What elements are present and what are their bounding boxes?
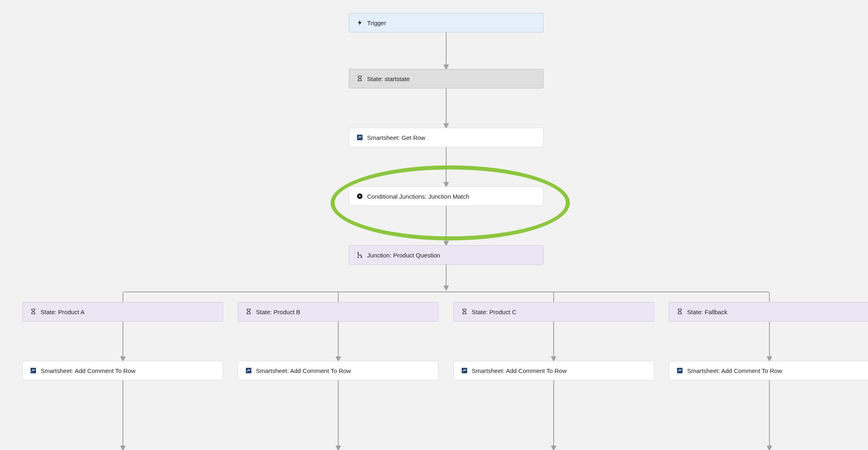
hourglass-icon bbox=[461, 309, 468, 315]
lightning-icon bbox=[357, 19, 363, 26]
node-junction[interactable]: Junction: Product Question bbox=[349, 245, 544, 265]
node-comment-b-label: Smartsheet: Add Comment To Row bbox=[256, 367, 351, 374]
node-comment-c[interactable]: Smartsheet: Add Comment To Row bbox=[453, 361, 654, 380]
node-comment-fallback-label: Smartsheet: Add Comment To Row bbox=[687, 367, 782, 374]
node-comment-b[interactable]: Smartsheet: Add Comment To Row bbox=[238, 361, 438, 380]
node-junction-match-label: Conditional Junctions: Junction Match bbox=[367, 193, 469, 200]
node-state-product-a-label: State: Product A bbox=[41, 309, 84, 315]
node-state-product-c[interactable]: State: Product C bbox=[453, 302, 654, 321]
node-state-fallback[interactable]: State: Fallback bbox=[669, 302, 868, 321]
svg-rect-17 bbox=[357, 135, 362, 140]
svg-point-20 bbox=[357, 257, 359, 258]
svg-rect-24 bbox=[462, 368, 467, 373]
node-comment-a-label: Smartsheet: Add Comment To Row bbox=[41, 367, 135, 374]
svg-rect-23 bbox=[246, 368, 251, 373]
node-trigger[interactable]: Trigger bbox=[349, 13, 544, 32]
hourglass-icon bbox=[677, 309, 683, 315]
node-comment-a[interactable]: Smartsheet: Add Comment To Row bbox=[22, 361, 223, 380]
node-getrow-label: Smartsheet: Get Row bbox=[367, 134, 425, 141]
hourglass-icon bbox=[245, 309, 252, 315]
svg-rect-22 bbox=[30, 368, 36, 373]
workflow-canvas[interactable]: Trigger State: startstate Smartsheet: Ge… bbox=[0, 0, 868, 450]
play-circle-icon bbox=[357, 193, 363, 199]
connectors bbox=[0, 0, 868, 450]
node-state-product-b-label: State: Product B bbox=[256, 309, 300, 315]
svg-rect-25 bbox=[677, 368, 682, 373]
node-getrow[interactable]: Smartsheet: Get Row bbox=[349, 128, 544, 147]
svg-point-19 bbox=[357, 252, 359, 253]
node-startstate[interactable]: State: startstate bbox=[349, 69, 544, 88]
node-state-product-b[interactable]: State: Product B bbox=[238, 302, 438, 321]
smartsheet-icon bbox=[30, 367, 37, 374]
node-junction-match[interactable]: Conditional Junctions: Junction Match bbox=[349, 186, 544, 206]
smartsheet-icon bbox=[677, 367, 683, 374]
svg-point-21 bbox=[361, 257, 362, 258]
branch-icon bbox=[357, 252, 363, 258]
node-state-fallback-label: State: Fallback bbox=[687, 309, 727, 315]
node-comment-fallback[interactable]: Smartsheet: Add Comment To Row bbox=[669, 361, 868, 380]
node-junction-label: Junction: Product Question bbox=[367, 252, 440, 259]
smartsheet-icon bbox=[461, 367, 468, 374]
smartsheet-icon bbox=[357, 134, 363, 141]
hourglass-icon bbox=[357, 75, 363, 82]
node-trigger-label: Trigger bbox=[367, 19, 386, 26]
node-comment-c-label: Smartsheet: Add Comment To Row bbox=[472, 367, 567, 374]
node-state-product-c-label: State: Product C bbox=[472, 309, 516, 315]
node-state-product-a[interactable]: State: Product A bbox=[22, 302, 223, 321]
hourglass-icon bbox=[30, 309, 37, 315]
smartsheet-icon bbox=[245, 367, 252, 374]
node-startstate-label: State: startstate bbox=[367, 75, 410, 82]
